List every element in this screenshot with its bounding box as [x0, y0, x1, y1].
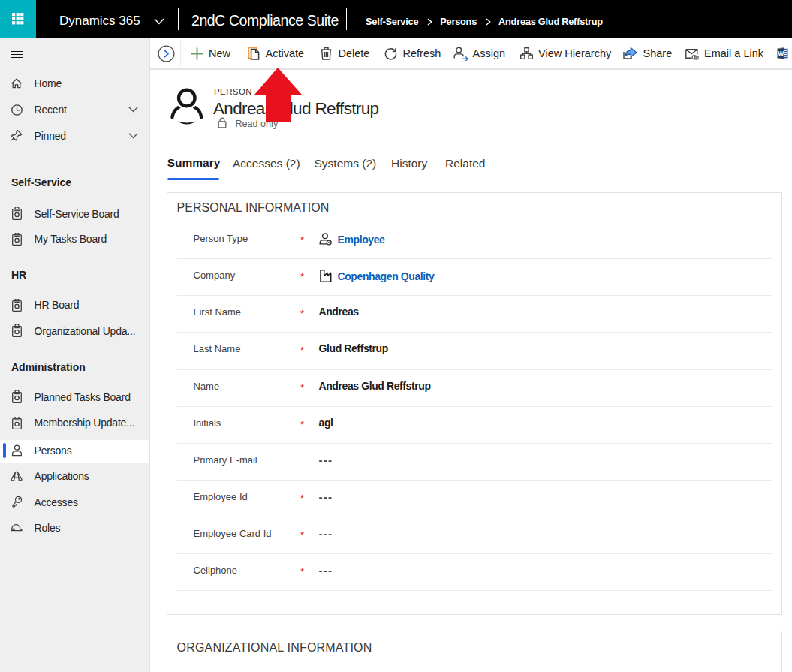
svg-text:W: W [778, 50, 784, 57]
